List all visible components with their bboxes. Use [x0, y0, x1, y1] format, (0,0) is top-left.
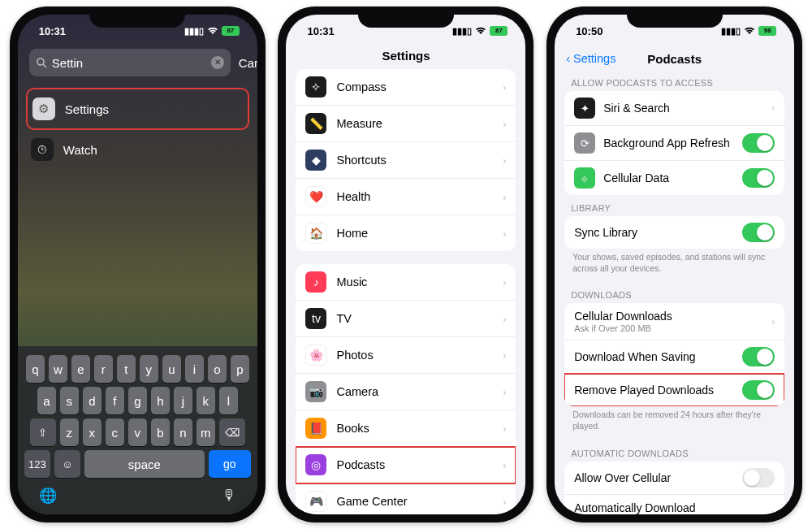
- toggle-switch[interactable]: [742, 133, 775, 153]
- key-j[interactable]: j: [174, 387, 192, 414]
- settings-row-camera[interactable]: 📷Camera›: [296, 374, 516, 410]
- key-b[interactable]: b: [151, 418, 170, 446]
- settings-row-health[interactable]: ❤️Health›: [296, 179, 516, 215]
- shortcuts-icon: ◆: [305, 150, 326, 171]
- settings-row-shortcuts[interactable]: ◆Shortcuts›: [296, 142, 516, 179]
- key-h[interactable]: h: [151, 387, 170, 414]
- key-v[interactable]: v: [128, 418, 147, 446]
- key-t[interactable]: t: [117, 355, 136, 383]
- measure-icon: 📏: [305, 113, 326, 134]
- space-key[interactable]: space: [84, 450, 205, 478]
- podcast-row-cellular-data[interactable]: ⟐Cellular Data: [564, 161, 784, 195]
- mic-icon[interactable]: 🎙: [222, 487, 236, 505]
- toggle-switch[interactable]: [742, 468, 775, 488]
- backspace-key[interactable]: ⌫: [219, 418, 245, 446]
- podcast-row-allow-over-cellular[interactable]: Allow Over Cellular: [564, 462, 784, 495]
- row-label: Siri & Search: [603, 102, 670, 115]
- section-header-library: LIBRARY: [564, 195, 784, 216]
- key-y[interactable]: y: [140, 355, 158, 383]
- page-title: Podcasts: [647, 52, 702, 66]
- podcast-row-background-app-refresh[interactable]: ⟳Background App Refresh: [564, 126, 784, 161]
- toggle-switch[interactable]: [742, 168, 775, 188]
- row-label: Cellular Data: [603, 171, 669, 184]
- phone-frame-1: 10:31 ▮▮▮▯ 87 ✕ Cancel: [10, 7, 266, 522]
- settings-row-game-center[interactable]: 🎮Game Center›: [296, 483, 516, 514]
- settings-row-podcasts[interactable]: ◎Podcasts›: [296, 447, 516, 483]
- cellular-data-icon: ⟐: [574, 167, 595, 189]
- key-k[interactable]: k: [197, 387, 215, 414]
- signal-icon: ▮▮▮▯: [721, 26, 741, 37]
- settings-row-compass[interactable]: ✧Compass›: [296, 69, 516, 106]
- photos-icon: 🌸: [305, 345, 326, 366]
- settings-row-photos[interactable]: 🌸Photos›: [296, 337, 516, 374]
- key-l[interactable]: l: [219, 387, 238, 414]
- key-g[interactable]: g: [128, 387, 147, 414]
- key-r[interactable]: r: [94, 355, 113, 383]
- podcast-row-automatically-download[interactable]: Automatically DownloadOff›: [564, 495, 784, 514]
- toggle-switch[interactable]: [742, 380, 775, 400]
- key-c[interactable]: c: [106, 418, 124, 446]
- podcast-row-remove-played-downloads[interactable]: Remove Played Downloads: [564, 374, 784, 406]
- podcast-row-sync-library[interactable]: Sync Library: [564, 216, 784, 249]
- chevron-right-icon: ›: [503, 423, 506, 435]
- shift-key[interactable]: ⇧: [30, 418, 56, 446]
- row-label: Home: [336, 227, 368, 240]
- notch: [89, 7, 185, 28]
- chevron-right-icon: ›: [503, 81, 506, 93]
- chevron-right-icon: ›: [503, 228, 506, 240]
- gear-icon: ⚙︎: [32, 98, 55, 120]
- podcast-row-download-when-saving[interactable]: Download When Saving: [564, 340, 784, 374]
- emoji-key[interactable]: ☺: [54, 450, 80, 478]
- key-z[interactable]: z: [60, 418, 79, 446]
- settings-row-tv[interactable]: tvTV›: [296, 301, 516, 337]
- key-a[interactable]: a: [37, 387, 56, 414]
- key-m[interactable]: m: [197, 418, 215, 446]
- search-input[interactable]: [52, 56, 206, 70]
- podcast-row-siri-&-search[interactable]: ✦Siri & Search›: [564, 91, 784, 126]
- settings-row-music[interactable]: ♪Music›: [296, 264, 516, 301]
- battery-icon: 87: [490, 26, 508, 36]
- settings-list[interactable]: ✧Compass›📏Measure›◆Shortcuts›❤️Health›🏠H…: [286, 69, 525, 514]
- keyboard[interactable]: qwertyuiop asdfghjkl ⇧zxcvbnm⌫ 123 ☺ spa…: [18, 346, 257, 514]
- key-i[interactable]: i: [185, 355, 204, 383]
- clear-icon[interactable]: ✕: [211, 56, 224, 69]
- key-p[interactable]: p: [231, 355, 249, 383]
- key-d[interactable]: d: [83, 387, 102, 414]
- phone-frame-3: 10:50 ▮▮▮▯ 98 ‹ Settings Podcasts ALLOW …: [546, 7, 802, 522]
- row-label: Sync Library: [574, 226, 637, 239]
- key-q[interactable]: q: [26, 355, 45, 383]
- settings-row-measure[interactable]: 📏Measure›: [296, 106, 516, 142]
- key-e[interactable]: e: [71, 355, 90, 383]
- downloads-footnote: Downloads can be removed 24 hours after …: [564, 406, 784, 440]
- result-label: Watch: [63, 143, 97, 157]
- wifi-icon: [207, 27, 218, 35]
- go-key[interactable]: go: [209, 450, 251, 478]
- settings-row-home[interactable]: 🏠Home›: [296, 215, 516, 251]
- podcasts-settings-body[interactable]: ALLOW PODCASTS TO ACCESS ✦Siri & Search›…: [555, 70, 794, 514]
- result-watch[interactable]: ⌚︎ Watch: [26, 130, 249, 169]
- numbers-key[interactable]: 123: [24, 450, 50, 478]
- key-s[interactable]: s: [60, 387, 79, 414]
- health-icon: ❤️: [305, 186, 326, 207]
- podcast-row-cellular-downloads[interactable]: Cellular DownloadsAsk if Over 200 MB›: [564, 303, 784, 340]
- key-o[interactable]: o: [208, 355, 227, 383]
- key-w[interactable]: w: [49, 355, 67, 383]
- toggle-switch[interactable]: [742, 347, 775, 366]
- key-f[interactable]: f: [106, 387, 124, 414]
- search-field[interactable]: ✕: [29, 49, 231, 76]
- signal-icon: ▮▮▮▯: [184, 26, 204, 37]
- cancel-button[interactable]: Cancel: [239, 56, 257, 70]
- globe-icon[interactable]: 🌐: [39, 487, 57, 505]
- settings-row-books[interactable]: 📕Books›: [296, 410, 516, 447]
- library-footnote: Your shows, saved episodes, and stations…: [564, 249, 784, 282]
- wifi-icon: [475, 27, 486, 35]
- key-u[interactable]: u: [162, 355, 181, 383]
- podcasts-icon: ◎: [305, 454, 326, 475]
- toggle-switch[interactable]: [742, 223, 775, 242]
- back-button[interactable]: ‹ Settings: [566, 52, 615, 65]
- home-icon: 🏠: [305, 223, 326, 244]
- key-n[interactable]: n: [174, 418, 192, 446]
- row-label: Background App Refresh: [603, 137, 730, 150]
- result-settings[interactable]: ⚙︎ Settings: [26, 88, 249, 130]
- key-x[interactable]: x: [83, 418, 102, 446]
